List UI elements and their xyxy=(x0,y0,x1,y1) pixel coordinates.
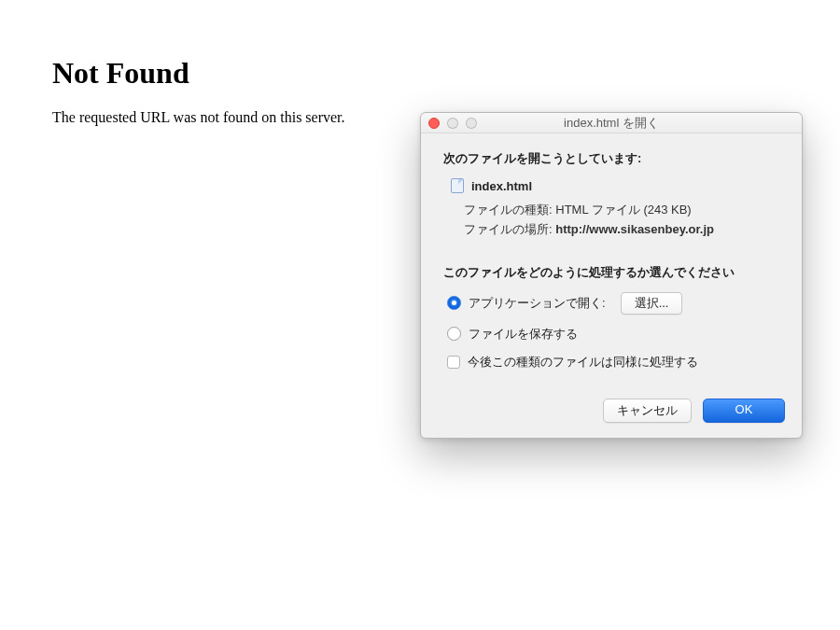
file-name: index.html xyxy=(471,179,532,193)
window-controls xyxy=(428,118,477,129)
radio-open-with[interactable] xyxy=(447,296,461,310)
file-meta: ファイルの種類: HTML ファイル (243 KB) ファイルの場所: htt… xyxy=(464,201,779,240)
option-save-file[interactable]: ファイルを保存する xyxy=(447,326,779,343)
close-icon[interactable] xyxy=(428,118,440,129)
option-open-with[interactable]: アプリケーションで開く: 選択... xyxy=(447,292,779,315)
remember-checkbox[interactable] xyxy=(447,356,460,369)
minimize-icon[interactable] xyxy=(447,118,458,129)
zoom-icon[interactable] xyxy=(466,118,477,129)
dialog-titlebar[interactable]: index.html を開く xyxy=(421,113,802,133)
dialog-title: index.html を開く xyxy=(421,113,802,133)
ok-button[interactable]: OK xyxy=(703,399,785,423)
remember-label: 今後この種類のファイルは同様に処理する xyxy=(468,354,698,371)
file-location-value: http://www.sikasenbey.or.jp xyxy=(555,222,714,236)
remember-choice-row[interactable]: 今後この種類のファイルは同様に処理する xyxy=(447,354,779,371)
dialog-lead-text: 次のファイルを開こうとしています: xyxy=(443,150,779,167)
file-type-value: HTML ファイル (243 KB) xyxy=(555,203,691,217)
file-location-label: ファイルの場所: xyxy=(464,222,553,236)
file-row: index.html xyxy=(451,178,779,193)
page-heading: Not Found xyxy=(52,56,840,91)
dialog-question: このファイルをどのように処理するか選んでください xyxy=(443,264,779,281)
option-open-with-label: アプリケーションで開く: xyxy=(469,295,606,312)
dialog-footer: キャンセル OK xyxy=(421,387,802,438)
open-file-dialog: index.html を開く 次のファイルを開こうとしています: index.h… xyxy=(420,112,803,439)
choose-app-button[interactable]: 選択... xyxy=(621,292,683,315)
html-file-icon xyxy=(451,178,464,193)
cancel-button[interactable]: キャンセル xyxy=(603,399,692,423)
radio-save-file[interactable] xyxy=(447,327,461,341)
file-type-label: ファイルの種類: xyxy=(464,203,553,217)
option-save-label: ファイルを保存する xyxy=(469,326,578,343)
